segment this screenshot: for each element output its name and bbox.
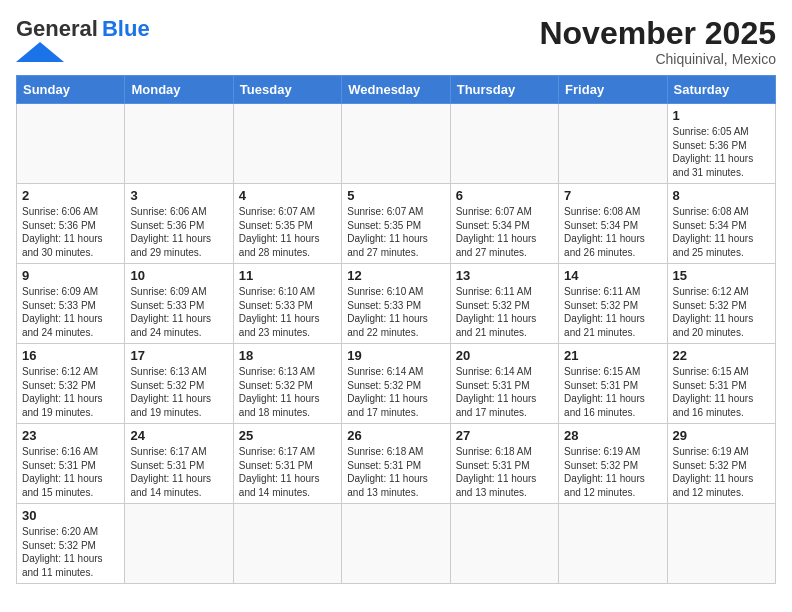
day-number: 29 bbox=[673, 428, 770, 443]
day-number: 27 bbox=[456, 428, 553, 443]
day-number: 7 bbox=[564, 188, 661, 203]
calendar-cell bbox=[342, 104, 450, 184]
calendar-cell: 9Sunrise: 6:09 AMSunset: 5:33 PMDaylight… bbox=[17, 264, 125, 344]
calendar-cell: 24Sunrise: 6:17 AMSunset: 5:31 PMDayligh… bbox=[125, 424, 233, 504]
cell-info: Sunrise: 6:16 AMSunset: 5:31 PMDaylight:… bbox=[22, 445, 119, 499]
day-number: 28 bbox=[564, 428, 661, 443]
calendar-cell: 3Sunrise: 6:06 AMSunset: 5:36 PMDaylight… bbox=[125, 184, 233, 264]
calendar-cell: 13Sunrise: 6:11 AMSunset: 5:32 PMDayligh… bbox=[450, 264, 558, 344]
cell-info: Sunrise: 6:19 AMSunset: 5:32 PMDaylight:… bbox=[673, 445, 770, 499]
day-number: 12 bbox=[347, 268, 444, 283]
day-number: 13 bbox=[456, 268, 553, 283]
cell-info: Sunrise: 6:15 AMSunset: 5:31 PMDaylight:… bbox=[673, 365, 770, 419]
day-number: 30 bbox=[22, 508, 119, 523]
cell-info: Sunrise: 6:10 AMSunset: 5:33 PMDaylight:… bbox=[347, 285, 444, 339]
calendar-cell bbox=[667, 504, 775, 584]
cell-info: Sunrise: 6:18 AMSunset: 5:31 PMDaylight:… bbox=[456, 445, 553, 499]
calendar-cell: 11Sunrise: 6:10 AMSunset: 5:33 PMDayligh… bbox=[233, 264, 341, 344]
day-number: 11 bbox=[239, 268, 336, 283]
cell-info: Sunrise: 6:17 AMSunset: 5:31 PMDaylight:… bbox=[130, 445, 227, 499]
calendar-cell bbox=[125, 104, 233, 184]
cell-info: Sunrise: 6:13 AMSunset: 5:32 PMDaylight:… bbox=[130, 365, 227, 419]
calendar-cell: 29Sunrise: 6:19 AMSunset: 5:32 PMDayligh… bbox=[667, 424, 775, 504]
week-row-6: 30Sunrise: 6:20 AMSunset: 5:32 PMDayligh… bbox=[17, 504, 776, 584]
day-number: 5 bbox=[347, 188, 444, 203]
calendar-cell: 6Sunrise: 6:07 AMSunset: 5:34 PMDaylight… bbox=[450, 184, 558, 264]
cell-info: Sunrise: 6:05 AMSunset: 5:36 PMDaylight:… bbox=[673, 125, 770, 179]
calendar-cell: 28Sunrise: 6:19 AMSunset: 5:32 PMDayligh… bbox=[559, 424, 667, 504]
week-row-3: 9Sunrise: 6:09 AMSunset: 5:33 PMDaylight… bbox=[17, 264, 776, 344]
day-number: 6 bbox=[456, 188, 553, 203]
calendar-cell: 18Sunrise: 6:13 AMSunset: 5:32 PMDayligh… bbox=[233, 344, 341, 424]
calendar-cell: 8Sunrise: 6:08 AMSunset: 5:34 PMDaylight… bbox=[667, 184, 775, 264]
title-block: November 2025 Chiquinival, Mexico bbox=[539, 16, 776, 67]
day-number: 22 bbox=[673, 348, 770, 363]
calendar-cell: 2Sunrise: 6:06 AMSunset: 5:36 PMDaylight… bbox=[17, 184, 125, 264]
week-row-5: 23Sunrise: 6:16 AMSunset: 5:31 PMDayligh… bbox=[17, 424, 776, 504]
calendar-cell: 25Sunrise: 6:17 AMSunset: 5:31 PMDayligh… bbox=[233, 424, 341, 504]
location: Chiquinival, Mexico bbox=[539, 51, 776, 67]
logo-icon bbox=[16, 42, 64, 62]
day-number: 9 bbox=[22, 268, 119, 283]
calendar-cell: 7Sunrise: 6:08 AMSunset: 5:34 PMDaylight… bbox=[559, 184, 667, 264]
logo: General Blue bbox=[16, 16, 150, 62]
day-number: 3 bbox=[130, 188, 227, 203]
calendar-cell: 16Sunrise: 6:12 AMSunset: 5:32 PMDayligh… bbox=[17, 344, 125, 424]
calendar-cell: 14Sunrise: 6:11 AMSunset: 5:32 PMDayligh… bbox=[559, 264, 667, 344]
cell-info: Sunrise: 6:12 AMSunset: 5:32 PMDaylight:… bbox=[673, 285, 770, 339]
calendar-cell: 21Sunrise: 6:15 AMSunset: 5:31 PMDayligh… bbox=[559, 344, 667, 424]
logo-text-blue: Blue bbox=[102, 16, 150, 42]
cell-info: Sunrise: 6:12 AMSunset: 5:32 PMDaylight:… bbox=[22, 365, 119, 419]
calendar-cell bbox=[233, 504, 341, 584]
day-number: 18 bbox=[239, 348, 336, 363]
col-header-saturday: Saturday bbox=[667, 76, 775, 104]
col-header-monday: Monday bbox=[125, 76, 233, 104]
calendar-cell: 30Sunrise: 6:20 AMSunset: 5:32 PMDayligh… bbox=[17, 504, 125, 584]
cell-info: Sunrise: 6:14 AMSunset: 5:31 PMDaylight:… bbox=[456, 365, 553, 419]
day-number: 2 bbox=[22, 188, 119, 203]
cell-info: Sunrise: 6:09 AMSunset: 5:33 PMDaylight:… bbox=[130, 285, 227, 339]
day-number: 21 bbox=[564, 348, 661, 363]
svg-marker-0 bbox=[16, 42, 64, 62]
calendar-cell: 15Sunrise: 6:12 AMSunset: 5:32 PMDayligh… bbox=[667, 264, 775, 344]
calendar-header-row: SundayMondayTuesdayWednesdayThursdayFrid… bbox=[17, 76, 776, 104]
calendar-cell bbox=[17, 104, 125, 184]
cell-info: Sunrise: 6:08 AMSunset: 5:34 PMDaylight:… bbox=[564, 205, 661, 259]
calendar-cell: 26Sunrise: 6:18 AMSunset: 5:31 PMDayligh… bbox=[342, 424, 450, 504]
calendar-cell: 4Sunrise: 6:07 AMSunset: 5:35 PMDaylight… bbox=[233, 184, 341, 264]
calendar-cell: 12Sunrise: 6:10 AMSunset: 5:33 PMDayligh… bbox=[342, 264, 450, 344]
day-number: 26 bbox=[347, 428, 444, 443]
day-number: 25 bbox=[239, 428, 336, 443]
cell-info: Sunrise: 6:20 AMSunset: 5:32 PMDaylight:… bbox=[22, 525, 119, 579]
calendar-table: SundayMondayTuesdayWednesdayThursdayFrid… bbox=[16, 75, 776, 584]
cell-info: Sunrise: 6:18 AMSunset: 5:31 PMDaylight:… bbox=[347, 445, 444, 499]
calendar-cell: 22Sunrise: 6:15 AMSunset: 5:31 PMDayligh… bbox=[667, 344, 775, 424]
day-number: 23 bbox=[22, 428, 119, 443]
week-row-2: 2Sunrise: 6:06 AMSunset: 5:36 PMDaylight… bbox=[17, 184, 776, 264]
calendar-cell: 20Sunrise: 6:14 AMSunset: 5:31 PMDayligh… bbox=[450, 344, 558, 424]
col-header-tuesday: Tuesday bbox=[233, 76, 341, 104]
day-number: 14 bbox=[564, 268, 661, 283]
calendar-cell bbox=[559, 104, 667, 184]
week-row-4: 16Sunrise: 6:12 AMSunset: 5:32 PMDayligh… bbox=[17, 344, 776, 424]
col-header-friday: Friday bbox=[559, 76, 667, 104]
cell-info: Sunrise: 6:09 AMSunset: 5:33 PMDaylight:… bbox=[22, 285, 119, 339]
day-number: 19 bbox=[347, 348, 444, 363]
cell-info: Sunrise: 6:07 AMSunset: 5:35 PMDaylight:… bbox=[239, 205, 336, 259]
calendar-cell bbox=[233, 104, 341, 184]
cell-info: Sunrise: 6:07 AMSunset: 5:35 PMDaylight:… bbox=[347, 205, 444, 259]
month-title: November 2025 bbox=[539, 16, 776, 51]
day-number: 24 bbox=[130, 428, 227, 443]
day-number: 8 bbox=[673, 188, 770, 203]
cell-info: Sunrise: 6:06 AMSunset: 5:36 PMDaylight:… bbox=[22, 205, 119, 259]
col-header-wednesday: Wednesday bbox=[342, 76, 450, 104]
calendar-cell bbox=[450, 104, 558, 184]
col-header-thursday: Thursday bbox=[450, 76, 558, 104]
cell-info: Sunrise: 6:11 AMSunset: 5:32 PMDaylight:… bbox=[564, 285, 661, 339]
cell-info: Sunrise: 6:19 AMSunset: 5:32 PMDaylight:… bbox=[564, 445, 661, 499]
cell-info: Sunrise: 6:08 AMSunset: 5:34 PMDaylight:… bbox=[673, 205, 770, 259]
day-number: 1 bbox=[673, 108, 770, 123]
cell-info: Sunrise: 6:06 AMSunset: 5:36 PMDaylight:… bbox=[130, 205, 227, 259]
calendar-cell: 19Sunrise: 6:14 AMSunset: 5:32 PMDayligh… bbox=[342, 344, 450, 424]
calendar-cell: 23Sunrise: 6:16 AMSunset: 5:31 PMDayligh… bbox=[17, 424, 125, 504]
